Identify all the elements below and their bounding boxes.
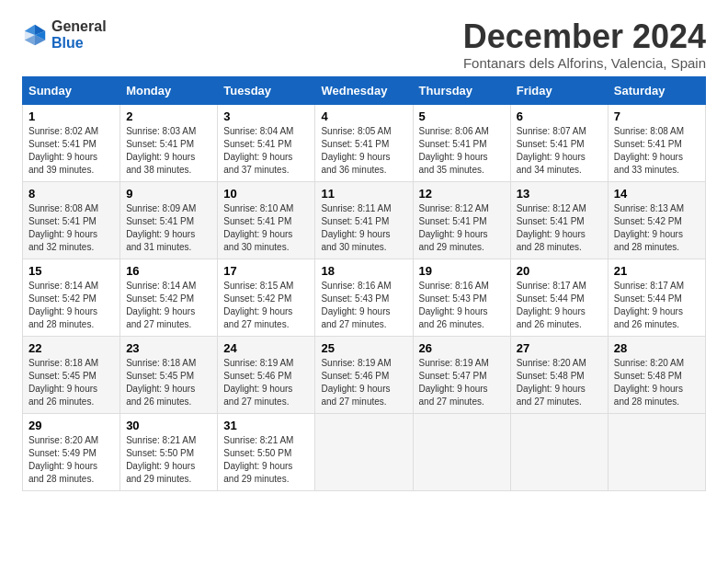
calendar-cell <box>510 413 608 490</box>
calendar-header: SundayMondayTuesdayWednesdayThursdayFrid… <box>23 76 706 104</box>
day-number: 13 <box>517 187 602 201</box>
logo-icon <box>22 22 48 48</box>
calendar-body: 1 Sunrise: 8:02 AMSunset: 5:41 PMDayligh… <box>23 104 706 490</box>
day-number: 11 <box>321 187 406 201</box>
calendar-cell: 18 Sunrise: 8:16 AMSunset: 5:43 PMDaylig… <box>315 259 413 336</box>
day-number: 15 <box>28 264 114 278</box>
header-day: Saturday <box>608 76 705 104</box>
calendar-cell: 15 Sunrise: 8:14 AMSunset: 5:42 PMDaylig… <box>23 259 120 336</box>
calendar-cell: 27 Sunrise: 8:20 AMSunset: 5:48 PMDaylig… <box>510 336 608 413</box>
calendar-week-row: 15 Sunrise: 8:14 AMSunset: 5:42 PMDaylig… <box>23 259 706 336</box>
day-info: Sunrise: 8:07 AMSunset: 5:41 PMDaylight:… <box>517 126 586 175</box>
logo: General Blue <box>22 18 107 51</box>
day-number: 24 <box>223 341 309 355</box>
day-number: 12 <box>419 187 505 201</box>
calendar-cell: 26 Sunrise: 8:19 AMSunset: 5:47 PMDaylig… <box>413 336 510 413</box>
day-number: 8 <box>28 187 114 201</box>
day-info: Sunrise: 8:17 AMSunset: 5:44 PMDaylight:… <box>517 281 586 329</box>
day-number: 4 <box>321 109 406 123</box>
title-block: December 2024 Fontanars dels Alforins, V… <box>463 18 706 71</box>
day-number: 21 <box>614 264 700 278</box>
day-number: 25 <box>321 341 406 355</box>
calendar-cell: 22 Sunrise: 8:18 AMSunset: 5:45 PMDaylig… <box>23 336 120 413</box>
calendar-cell: 6 Sunrise: 8:07 AMSunset: 5:41 PMDayligh… <box>510 104 608 181</box>
day-info: Sunrise: 8:20 AMSunset: 5:48 PMDaylight:… <box>517 358 586 407</box>
calendar-cell: 24 Sunrise: 8:19 AMSunset: 5:46 PMDaylig… <box>218 336 315 413</box>
day-info: Sunrise: 8:08 AMSunset: 5:41 PMDaylight:… <box>614 126 684 175</box>
day-info: Sunrise: 8:16 AMSunset: 5:43 PMDaylight:… <box>321 281 391 329</box>
calendar-cell: 8 Sunrise: 8:08 AMSunset: 5:41 PMDayligh… <box>23 181 120 259</box>
day-info: Sunrise: 8:15 AMSunset: 5:42 PMDaylight:… <box>223 281 293 329</box>
calendar-week-row: 8 Sunrise: 8:08 AMSunset: 5:41 PMDayligh… <box>23 181 706 259</box>
day-info: Sunrise: 8:19 AMSunset: 5:46 PMDaylight:… <box>321 358 391 407</box>
day-info: Sunrise: 8:09 AMSunset: 5:41 PMDaylight:… <box>126 203 196 252</box>
day-info: Sunrise: 8:20 AMSunset: 5:49 PMDaylight:… <box>28 435 98 484</box>
calendar-cell: 9 Sunrise: 8:09 AMSunset: 5:41 PMDayligh… <box>120 181 218 259</box>
calendar-cell: 12 Sunrise: 8:12 AMSunset: 5:41 PMDaylig… <box>413 181 510 259</box>
day-info: Sunrise: 8:05 AMSunset: 5:41 PMDaylight:… <box>321 126 391 175</box>
day-info: Sunrise: 8:14 AMSunset: 5:42 PMDaylight:… <box>126 281 196 329</box>
calendar-cell <box>315 413 413 490</box>
calendar-cell: 25 Sunrise: 8:19 AMSunset: 5:46 PMDaylig… <box>315 336 413 413</box>
calendar-cell: 1 Sunrise: 8:02 AMSunset: 5:41 PMDayligh… <box>23 104 120 181</box>
day-info: Sunrise: 8:11 AMSunset: 5:41 PMDaylight:… <box>321 203 391 252</box>
calendar-cell: 10 Sunrise: 8:10 AMSunset: 5:41 PMDaylig… <box>218 181 315 259</box>
calendar-cell: 23 Sunrise: 8:18 AMSunset: 5:45 PMDaylig… <box>120 336 218 413</box>
calendar-table: SundayMondayTuesdayWednesdayThursdayFrid… <box>22 76 706 491</box>
day-number: 10 <box>223 187 309 201</box>
day-info: Sunrise: 8:06 AMSunset: 5:41 PMDaylight:… <box>419 126 489 175</box>
calendar-cell: 30 Sunrise: 8:21 AMSunset: 5:50 PMDaylig… <box>120 413 218 490</box>
day-number: 26 <box>419 341 505 355</box>
calendar-cell: 31 Sunrise: 8:21 AMSunset: 5:50 PMDaylig… <box>218 413 315 490</box>
header-row: SundayMondayTuesdayWednesdayThursdayFrid… <box>23 76 706 104</box>
calendar-cell: 3 Sunrise: 8:04 AMSunset: 5:41 PMDayligh… <box>218 104 315 181</box>
day-number: 31 <box>223 419 309 432</box>
day-info: Sunrise: 8:20 AMSunset: 5:48 PMDaylight:… <box>614 358 684 407</box>
day-info: Sunrise: 8:10 AMSunset: 5:41 PMDaylight:… <box>223 203 293 252</box>
calendar-cell: 21 Sunrise: 8:17 AMSunset: 5:44 PMDaylig… <box>608 259 705 336</box>
day-info: Sunrise: 8:12 AMSunset: 5:41 PMDaylight:… <box>419 203 489 252</box>
calendar-week-row: 1 Sunrise: 8:02 AMSunset: 5:41 PMDayligh… <box>23 104 706 181</box>
calendar-cell: 11 Sunrise: 8:11 AMSunset: 5:41 PMDaylig… <box>315 181 413 259</box>
day-info: Sunrise: 8:19 AMSunset: 5:47 PMDaylight:… <box>419 358 489 407</box>
day-number: 14 <box>614 187 700 201</box>
header-day: Tuesday <box>218 76 315 104</box>
logo-text: General Blue <box>51 18 107 51</box>
calendar-cell: 29 Sunrise: 8:20 AMSunset: 5:49 PMDaylig… <box>23 413 120 490</box>
day-number: 23 <box>126 341 211 355</box>
day-info: Sunrise: 8:17 AMSunset: 5:44 PMDaylight:… <box>614 281 684 329</box>
calendar-cell <box>608 413 705 490</box>
day-number: 5 <box>419 109 505 123</box>
day-number: 18 <box>321 264 406 278</box>
calendar-cell: 14 Sunrise: 8:13 AMSunset: 5:42 PMDaylig… <box>608 181 705 259</box>
day-info: Sunrise: 8:13 AMSunset: 5:42 PMDaylight:… <box>614 203 684 252</box>
calendar-cell: 28 Sunrise: 8:20 AMSunset: 5:48 PMDaylig… <box>608 336 705 413</box>
day-info: Sunrise: 8:08 AMSunset: 5:41 PMDaylight:… <box>28 203 98 252</box>
day-info: Sunrise: 8:04 AMSunset: 5:41 PMDaylight:… <box>223 126 293 175</box>
header-day: Friday <box>510 76 608 104</box>
day-number: 9 <box>126 187 211 201</box>
header-day: Wednesday <box>315 76 413 104</box>
day-number: 17 <box>223 264 309 278</box>
day-number: 16 <box>126 264 211 278</box>
day-number: 27 <box>517 341 602 355</box>
location-title: Fontanars dels Alforins, Valencia, Spain <box>463 55 706 71</box>
day-info: Sunrise: 8:02 AMSunset: 5:41 PMDaylight:… <box>28 126 98 175</box>
day-number: 29 <box>28 419 114 432</box>
header-day: Thursday <box>413 76 510 104</box>
day-number: 20 <box>517 264 602 278</box>
logo-general: General <box>51 18 107 35</box>
day-info: Sunrise: 8:03 AMSunset: 5:41 PMDaylight:… <box>126 126 196 175</box>
day-info: Sunrise: 8:18 AMSunset: 5:45 PMDaylight:… <box>126 358 196 407</box>
calendar-cell: 2 Sunrise: 8:03 AMSunset: 5:41 PMDayligh… <box>120 104 218 181</box>
month-title: December 2024 <box>463 18 706 55</box>
header-day: Sunday <box>23 76 120 104</box>
calendar-cell: 7 Sunrise: 8:08 AMSunset: 5:41 PMDayligh… <box>608 104 705 181</box>
day-number: 22 <box>28 341 114 355</box>
day-number: 19 <box>419 264 505 278</box>
calendar-cell: 5 Sunrise: 8:06 AMSunset: 5:41 PMDayligh… <box>413 104 510 181</box>
logo-blue: Blue <box>51 35 107 52</box>
day-info: Sunrise: 8:12 AMSunset: 5:41 PMDaylight:… <box>517 203 586 252</box>
day-number: 7 <box>614 109 700 123</box>
calendar-cell: 20 Sunrise: 8:17 AMSunset: 5:44 PMDaylig… <box>510 259 608 336</box>
